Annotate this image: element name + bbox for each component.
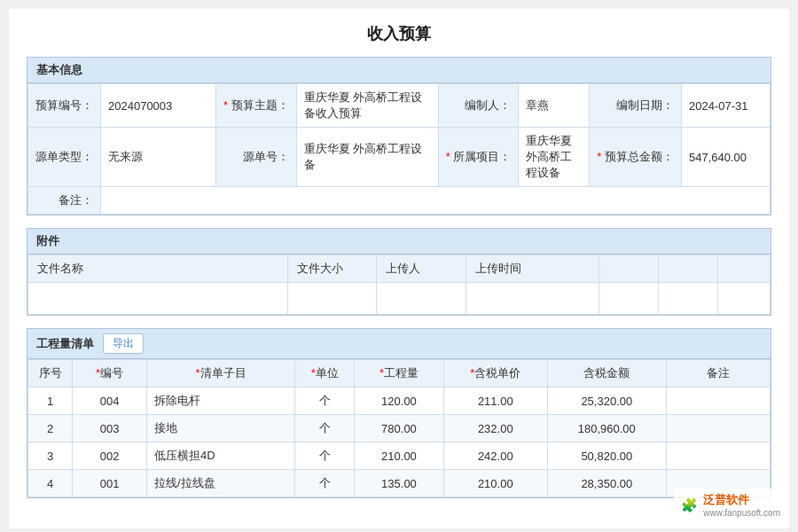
bill-cell-seq: 4 (28, 470, 73, 497)
bill-row: 2 003 接地 个 780.00 232.00 180,960.00 (28, 415, 771, 442)
bill-row: 1 004 拆除电杆 个 120.00 211.00 25,320.00 (28, 387, 771, 415)
attachment-section: 附件 文件名称 文件大小 上传人 上传时间 (27, 228, 771, 316)
bill-cell-amount: 25,320.00 (547, 387, 666, 415)
bill-col-unit-price: *含税单价 (443, 360, 547, 387)
required-mark-3: * (597, 150, 601, 163)
bill-cell-unit: 个 (295, 442, 355, 470)
bill-cell-unit: 个 (295, 387, 355, 415)
sub-project-value: 重庆华夏 外高桥工程设备 (519, 128, 590, 187)
bill-col-unit: *单位 (295, 360, 355, 387)
sub-project-label: * 所属项目： (438, 128, 519, 187)
bill-cell-qty: 780.00 (355, 415, 443, 442)
bill-cell-seq: 3 (28, 442, 73, 470)
attach-empty-uploader (377, 283, 466, 315)
attach-col-time: 上传时间 (466, 255, 599, 283)
total-amount-label: * 预算总金额： (590, 128, 682, 187)
bill-cell-unit: 个 (295, 415, 355, 442)
attach-empty-name (28, 283, 288, 315)
budget-theme-label: * 预算主题： (215, 84, 296, 128)
bill-cell-remark (666, 387, 770, 415)
bill-body: 序号 *编号 *清单子目 *单位 *工程量 *含税单价 含税金额 备注 1 00… (27, 359, 771, 497)
bill-cell-unit-price: 211.00 (443, 387, 547, 415)
bill-col-qty: *工程量 (355, 360, 443, 387)
bill-col-remark: 备注 (666, 360, 770, 387)
bill-cell-seq: 2 (28, 415, 73, 442)
basic-info-body: 预算编号： 2024070003 * 预算主题： 重庆华夏 外高桥工程设备收入预… (27, 83, 771, 215)
bill-header: 工程量清单 导出 (27, 329, 771, 359)
editor-label: 编制人： (438, 84, 519, 128)
info-row-1: 预算编号： 2024070003 * 预算主题： 重庆华夏 外高桥工程设备收入预… (28, 84, 771, 128)
bill-cell-code: 002 (73, 442, 147, 470)
attach-empty-a (599, 283, 659, 315)
bill-col-seq: 序号 (28, 360, 73, 387)
required-mark: * (223, 98, 228, 112)
bill-cell-unit: 个 (295, 470, 355, 497)
source-type-label: 源单类型： (28, 128, 101, 187)
bill-cell-seq: 1 (28, 387, 73, 415)
bill-cell-code: 003 (73, 415, 147, 442)
required-mark-2: * (446, 150, 450, 163)
bill-header-label: 工程量清单 (36, 336, 94, 352)
bill-cell-item: 拉线/拉线盘 (146, 470, 294, 497)
watermark-text-block: 泛普软件 www.fanpusoft.com (703, 492, 780, 518)
bill-cell-qty: 210.00 (355, 442, 443, 470)
remark-value (101, 187, 771, 215)
edit-date-label: 编制日期： (590, 84, 682, 128)
watermark: 🧩 泛普软件 www.fanpusoft.com (674, 489, 787, 521)
bill-cell-code: 001 (73, 470, 147, 497)
bill-row: 3 002 低压横担4D 个 210.00 242.00 50,820.00 (28, 442, 771, 470)
bill-cell-code: 004 (73, 387, 147, 415)
attach-col-name: 文件名称 (28, 255, 288, 283)
bill-row: 4 001 拉线/拉线盘 个 135.00 210.00 28,350.00 (28, 470, 771, 497)
bill-cell-amount: 50,820.00 (547, 442, 666, 470)
attach-empty-b (659, 283, 718, 315)
budget-no-value: 2024070003 (101, 84, 216, 128)
info-row-2: 源单类型： 无来源 源单号： 重庆华夏 外高桥工程设备 * 所属项目： 重庆华夏… (28, 128, 771, 187)
attach-empty-time (466, 283, 599, 315)
total-amount-value: 547,640.00 (681, 128, 770, 187)
source-no-label: 源单号： (215, 128, 296, 187)
bill-cell-qty: 135.00 (355, 470, 443, 497)
basic-info-table: 预算编号： 2024070003 * 预算主题： 重庆华夏 外高桥工程设备收入预… (27, 83, 771, 215)
attach-col-a (599, 255, 659, 283)
source-no-value: 重庆华夏 外高桥工程设备 (296, 128, 438, 187)
bill-col-code: *编号 (73, 360, 147, 387)
bill-col-amount: 含税金额 (547, 360, 666, 387)
bill-cell-item: 低压横担4D (146, 442, 294, 470)
bill-cell-item: 接地 (146, 415, 294, 442)
attachment-header-row: 文件名称 文件大小 上传人 上传时间 (28, 255, 771, 283)
budget-no-label: 预算编号： (28, 84, 101, 128)
budget-theme-value: 重庆华夏 外高桥工程设备收入预算 (296, 84, 438, 128)
edit-date-value: 2024-07-31 (681, 84, 770, 128)
bill-cell-qty: 120.00 (355, 387, 443, 415)
bill-table: 序号 *编号 *清单子目 *单位 *工程量 *含税单价 含税金额 备注 1 00… (27, 359, 771, 497)
editor-value: 章燕 (519, 84, 590, 128)
bill-cell-item: 拆除电杆 (146, 387, 294, 415)
bill-cell-remark (666, 415, 770, 442)
watermark-brand: 泛普软件 (703, 492, 780, 508)
bill-header-row: 序号 *编号 *清单子目 *单位 *工程量 *含税单价 含税金额 备注 (28, 360, 771, 387)
attachment-table: 文件名称 文件大小 上传人 上传时间 (27, 254, 771, 315)
attachment-header: 附件 (27, 229, 771, 254)
basic-info-section: 基本信息 预算编号： 2024070003 * 预算主题： 重庆华夏 外高桥工程… (27, 57, 771, 215)
attach-col-uploader: 上传人 (377, 255, 466, 283)
page-container: 收入预算 基本信息 预算编号： 2024070003 * 预算主题： 重庆华夏 … (9, 9, 789, 528)
remark-label: 备注： (28, 187, 101, 215)
export-button[interactable]: 导出 (103, 333, 144, 354)
bill-col-item: *清单子目 (146, 360, 294, 387)
attach-empty-c (718, 283, 771, 315)
bill-cell-amount: 180,960.00 (547, 415, 666, 442)
bill-cell-remark (666, 442, 770, 470)
attachment-body: 文件名称 文件大小 上传人 上传时间 (27, 254, 771, 315)
source-type-value: 无来源 (101, 128, 216, 187)
bill-cell-unit-price: 210.00 (443, 470, 547, 497)
bill-section: 工程量清单 导出 序号 *编号 *清单子目 *单位 *工程量 *含税单价 含税金… (27, 328, 771, 498)
attach-empty-size (287, 283, 376, 315)
watermark-logo: 🧩 (681, 497, 698, 513)
bill-cell-unit-price: 242.00 (443, 442, 547, 470)
basic-info-header: 基本信息 (27, 58, 771, 83)
page-title: 收入预算 (27, 23, 771, 44)
attachment-empty-row (28, 283, 771, 315)
attach-col-c (718, 255, 771, 283)
attach-col-size: 文件大小 (287, 255, 376, 283)
